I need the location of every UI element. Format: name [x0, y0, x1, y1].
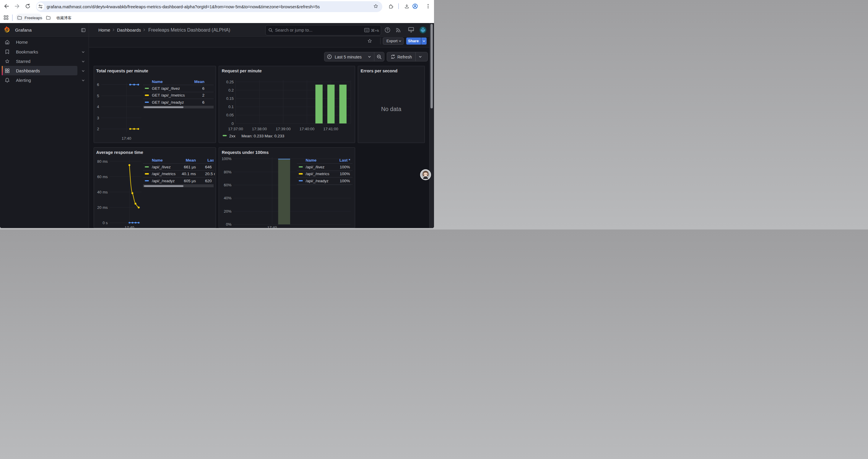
svg-text:4: 4 — [97, 104, 99, 109]
svg-text:0.25: 0.25 — [226, 80, 234, 84]
svg-text:20 ms: 20 ms — [97, 205, 108, 210]
svg-text:17:40: 17:40 — [124, 225, 134, 228]
svg-text:17:38:00: 17:38:00 — [252, 127, 267, 131]
svg-text:17:40: 17:40 — [267, 225, 277, 228]
svg-text:17:40: 17:40 — [121, 136, 131, 140]
svg-text:17:39:00: 17:39:00 — [276, 127, 291, 131]
svg-text:60 ms: 60 ms — [97, 174, 108, 179]
svg-text:20%: 20% — [224, 209, 231, 214]
svg-text:0%: 0% — [226, 222, 231, 227]
svg-text:0 s: 0 s — [102, 221, 108, 225]
svg-text:Max: 0.233: Max: 0.233 — [265, 134, 284, 138]
svg-text:17:41:00: 17:41:00 — [323, 127, 338, 131]
svg-text:60%: 60% — [224, 183, 231, 187]
svg-text:Mean: 0.233: Mean: 0.233 — [241, 134, 264, 138]
svg-text:17:37:00: 17:37:00 — [228, 127, 243, 131]
svg-text:0.1: 0.1 — [228, 104, 234, 109]
svg-text:3: 3 — [97, 116, 99, 120]
svg-text:6: 6 — [97, 83, 99, 87]
svg-text:5: 5 — [97, 94, 99, 98]
svg-text:0.15: 0.15 — [226, 96, 234, 101]
svg-text:17:40:00: 17:40:00 — [300, 127, 315, 131]
svg-text:40%: 40% — [224, 196, 231, 200]
svg-text:0.05: 0.05 — [226, 113, 234, 117]
svg-text:2xx: 2xx — [229, 134, 236, 138]
svg-text:100%: 100% — [222, 157, 231, 161]
svg-text:0: 0 — [231, 121, 234, 126]
svg-text:80 ms: 80 ms — [97, 159, 108, 164]
svg-text:2: 2 — [97, 127, 99, 131]
svg-text:80%: 80% — [224, 170, 231, 174]
svg-text:40 ms: 40 ms — [97, 190, 108, 194]
svg-text:0.2: 0.2 — [228, 88, 234, 93]
